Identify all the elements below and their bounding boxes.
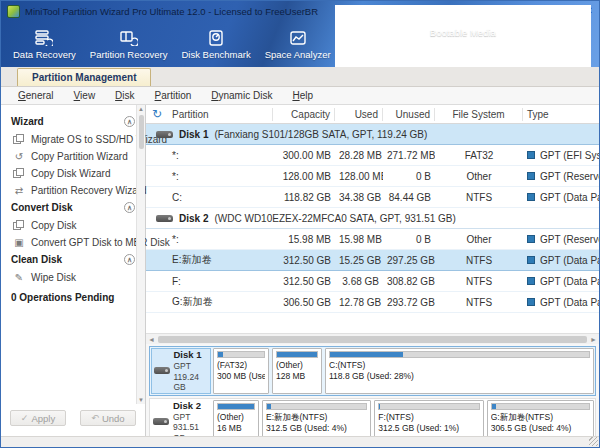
table-empty-space xyxy=(146,313,599,333)
diskmap-disk1-row[interactable]: Disk 1 GPT 119.24 GB (FAT32) 300 MB (Use… xyxy=(149,346,596,396)
partition-recovery-wizard-icon: ⇄ xyxy=(13,185,25,196)
refresh-icon[interactable]: ↻ xyxy=(146,108,168,121)
sidebar-item-copy-partition-wizard[interactable]: ↺ Copy Partition Wizard xyxy=(11,148,135,165)
menu-bar: General View Disk Partition Dynamic Disk… xyxy=(1,87,599,105)
bootable-media-icon xyxy=(453,7,473,25)
resize-grip[interactable] xyxy=(589,437,598,446)
table-row[interactable]: *: 15.98 MB 15.98 MB 0 B Other GPT (Rese… xyxy=(146,229,599,250)
sidebar-item-partition-recovery-wizard[interactable]: ⇄ Partition Recovery Wizard xyxy=(11,182,135,199)
menu-partition[interactable]: Partition xyxy=(146,89,201,102)
sidebar-item-wipe-disk[interactable]: ✎ Wipe Disk xyxy=(11,269,135,286)
col-used[interactable]: Used xyxy=(335,108,383,121)
app-logo-icon xyxy=(7,5,20,18)
bootable-media-button[interactable]: Bootable Media xyxy=(335,5,591,40)
sidebar-item-convert-gpt-mbr[interactable]: ▣ Convert GPT Disk to MBR Disk xyxy=(11,234,135,251)
section-wizard: Wizard ∧ xyxy=(11,116,135,127)
col-file-system[interactable]: File System xyxy=(435,108,523,121)
sidebar-scrollbar[interactable]: ▲ ▼ xyxy=(136,105,145,404)
diskmap-disk1-info[interactable]: Disk 1 GPT 119.24 GB xyxy=(151,348,211,394)
apply-undo-bar: ✓ Apply ↶ Undo xyxy=(1,404,145,436)
diskmap-block-fat32[interactable]: (FAT32) 300 MB (Used xyxy=(213,348,269,394)
section-convert-disk: Convert Disk ∧ xyxy=(11,202,135,213)
undo-arrow-icon: ↶ xyxy=(91,413,99,423)
partition-type-swatch xyxy=(527,298,535,306)
scroll-right-icon[interactable]: ► xyxy=(588,336,599,343)
menu-help[interactable]: Help xyxy=(283,89,322,102)
apply-button[interactable]: ✓ Apply xyxy=(10,410,66,426)
col-partition[interactable]: Partition xyxy=(168,108,273,121)
col-type[interactable]: Type xyxy=(523,108,599,121)
collapse-clean-icon[interactable]: ∧ xyxy=(124,254,135,265)
action-sidebar: Wizard ∧ Migrate OS to SSD/HD Wizard ↺ C… xyxy=(1,105,146,436)
disk1-group-row[interactable]: Disk 1 (Fanxiang S101/128GB SATA, GPT, 1… xyxy=(146,124,599,145)
data-recovery-button[interactable]: Data Recovery xyxy=(9,27,80,62)
migrate-os-icon xyxy=(13,134,25,145)
sidebar-item-copy-disk-wizard[interactable]: Copy Disk Wizard xyxy=(11,165,135,182)
copy-partition-icon: ↺ xyxy=(13,151,25,162)
copy-disk-wizard-icon xyxy=(13,168,25,179)
scroll-down-icon[interactable]: ▼ xyxy=(138,397,144,403)
space-analyzer-icon xyxy=(288,29,308,47)
wipe-disk-icon: ✎ xyxy=(13,272,25,283)
diskmap-block-other128[interactable]: (Other) 128 MB xyxy=(272,348,322,394)
disk-drive-icon xyxy=(156,131,173,138)
horizontal-scrollbar[interactable]: ◄ ► xyxy=(146,333,599,344)
hscroll-thumb[interactable] xyxy=(158,336,587,343)
col-unused[interactable]: Unused xyxy=(383,108,435,121)
menu-general[interactable]: General xyxy=(9,89,63,102)
partition-recovery-icon xyxy=(119,29,139,47)
menu-view[interactable]: View xyxy=(65,89,105,102)
disk-benchmark-icon xyxy=(206,29,226,47)
menu-disk[interactable]: Disk xyxy=(106,89,143,102)
partition-panel: ↻ Partition Capacity Used Unused File Sy… xyxy=(146,105,599,436)
disk-drive-icon xyxy=(153,418,169,425)
copy-disk-icon xyxy=(13,220,25,231)
diskmap-block-c[interactable]: C:(NTFS) 118.8 GB (Used: 28%) xyxy=(325,348,594,394)
partition-type-swatch xyxy=(527,172,535,180)
data-recovery-icon xyxy=(34,29,54,47)
scroll-left-icon[interactable]: ◄ xyxy=(146,336,157,343)
disk2-group-row[interactable]: Disk 2 (WDC WD10EZEX-22MFCA0 SATA, GPT, … xyxy=(146,208,599,229)
col-capacity[interactable]: Capacity xyxy=(273,108,335,121)
manual-icon xyxy=(453,50,473,68)
table-row-selected[interactable]: E:新加卷 312.50 GB 15.25 GB 297.25 GB NTFS … xyxy=(146,250,599,271)
main-toolbar: Data Recovery Partition Recovery Disk Be… xyxy=(1,21,599,67)
space-analyzer-button[interactable]: Space Analyzer xyxy=(261,27,335,62)
collapse-convert-icon[interactable]: ∧ xyxy=(124,202,135,213)
table-row[interactable]: C: 118.82 GB 34.38 GB 84.44 GB NTFS GPT … xyxy=(146,187,599,208)
disk-drive-icon xyxy=(156,215,173,222)
collapse-wizard-icon[interactable]: ∧ xyxy=(124,116,135,127)
section-clean-disk: Clean Disk ∧ xyxy=(11,254,135,265)
disk-benchmark-button[interactable]: Disk Benchmark xyxy=(177,27,254,62)
sidebar-item-migrate-os[interactable]: Migrate OS to SSD/HD Wizard xyxy=(11,131,135,148)
menu-dynamic-disk[interactable]: Dynamic Disk xyxy=(202,89,281,102)
table-row[interactable]: *: 300.00 MB 28.28 MB 271.72 MB FAT32 GP… xyxy=(146,145,599,166)
partition-type-swatch xyxy=(527,235,535,243)
table-header: ↻ Partition Capacity Used Unused File Sy… xyxy=(146,105,599,124)
sidebar-item-copy-disk[interactable]: Copy Disk xyxy=(11,217,135,234)
partition-type-swatch xyxy=(527,277,535,285)
partition-recovery-button[interactable]: Partition Recovery xyxy=(86,27,172,62)
tab-strip: Partition Management xyxy=(1,67,599,87)
undo-button[interactable]: ↶ Undo xyxy=(80,410,136,426)
disk-map: Disk 1 GPT 119.24 GB (FAT32) 300 MB (Use… xyxy=(146,344,599,436)
partition-type-swatch xyxy=(527,151,535,159)
operations-pending-label: 0 Operations Pending xyxy=(11,292,135,303)
table-row[interactable]: G:新加卷 306.50 GB 12.78 GB 293.72 GB NTFS … xyxy=(146,292,599,313)
partition-type-swatch xyxy=(527,193,535,201)
check-icon: ✓ xyxy=(21,413,29,423)
partition-type-swatch xyxy=(527,256,535,264)
app-window: MiniTool Partition Wizard Pro Ultimate 1… xyxy=(0,0,600,448)
sidebar-scroll-thumb[interactable] xyxy=(139,115,144,149)
disk-drive-icon xyxy=(154,367,170,374)
convert-gpt-icon: ▣ xyxy=(13,237,25,248)
table-row[interactable]: F: 312.50 GB 3.68 GB 308.82 GB NTFS GPT … xyxy=(146,271,599,292)
status-bar xyxy=(1,436,599,447)
table-row[interactable]: *: 128.00 MB 128.00 MB 0 B Other GPT (Re… xyxy=(146,166,599,187)
scroll-up-icon[interactable]: ▲ xyxy=(138,106,144,112)
tab-partition-management[interactable]: Partition Management xyxy=(17,68,151,86)
